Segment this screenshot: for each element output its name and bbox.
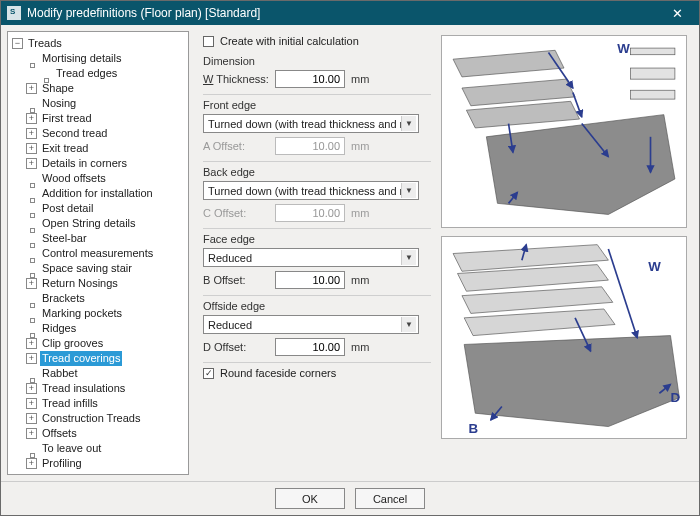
expander-icon[interactable]: + — [26, 128, 37, 139]
tree-item[interactable]: Control measurements — [12, 246, 188, 261]
tree-item-label: Twist — [40, 471, 69, 475]
tree-item[interactable]: +Construction Treads — [12, 411, 188, 426]
tree-item-label: Space saving stair — [40, 261, 134, 276]
tree-item[interactable]: +Tread insulations — [12, 381, 188, 396]
tree-item[interactable]: Wood offsets — [12, 171, 188, 186]
tree-item-label: Profiling — [40, 456, 84, 471]
dialog-window: Modify predefinitions (Floor plan) [Stan… — [0, 0, 700, 516]
tree-item[interactable]: +Offsets — [12, 426, 188, 441]
expander-icon[interactable]: + — [26, 458, 37, 469]
tree-item[interactable]: Ridges — [12, 321, 188, 336]
cancel-button[interactable]: Cancel — [355, 488, 425, 509]
tree-item[interactable]: −Treads — [12, 36, 188, 51]
tree-item-label: Shape — [40, 81, 76, 96]
d-offset-input[interactable] — [275, 338, 345, 356]
checkbox-icon: ✓ — [203, 368, 214, 379]
tree-item[interactable]: +Second tread — [12, 126, 188, 141]
back-edge-select[interactable]: Turned down (with tread thickness and ma… — [203, 181, 419, 200]
chevron-down-icon: ▼ — [401, 116, 416, 131]
tree-item[interactable]: +Details in corners — [12, 156, 188, 171]
round-faceside-checkbox[interactable]: ✓ Round faceside corners — [203, 367, 431, 379]
face-edge-select[interactable]: Reduced ▼ — [203, 248, 419, 267]
select-value: Turned down (with tread thickness and ma… — [208, 185, 401, 197]
b-offset-input[interactable] — [275, 271, 345, 289]
tree-item[interactable]: Brackets — [12, 291, 188, 306]
expander-icon[interactable]: + — [26, 158, 37, 169]
chevron-down-icon: ▼ — [401, 317, 416, 332]
tree-item[interactable]: Twist — [12, 471, 188, 475]
form-column: Create with initial calculation Dimensio… — [203, 35, 431, 439]
dim-label-b: B — [469, 421, 479, 436]
tree-item[interactable]: Steel-bar — [12, 231, 188, 246]
tree-item[interactable]: +Return Nosings — [12, 276, 188, 291]
tree-item[interactable]: To leave out — [12, 441, 188, 456]
tree-item[interactable]: Tread edges — [12, 66, 188, 81]
tree-item[interactable]: Marking pockets — [12, 306, 188, 321]
expander-icon[interactable]: + — [26, 83, 37, 94]
offside-edge-select[interactable]: Reduced ▼ — [203, 315, 419, 334]
tree-item[interactable]: +Profiling — [12, 456, 188, 471]
tree-item[interactable]: Rabbet — [12, 366, 188, 381]
tree-item[interactable]: +Clip grooves — [12, 336, 188, 351]
c-offset-input — [275, 204, 345, 222]
expander-icon[interactable]: − — [12, 38, 23, 49]
tree-item[interactable]: +Tread coverings — [12, 351, 188, 366]
tree-item[interactable]: Open String details — [12, 216, 188, 231]
expander-icon[interactable]: + — [26, 398, 37, 409]
expander-icon[interactable]: + — [26, 143, 37, 154]
expander-icon[interactable]: + — [26, 113, 37, 124]
expander-icon[interactable]: + — [26, 353, 37, 364]
tree-item[interactable]: +Tread infills — [12, 396, 188, 411]
tree-item-label: Details in corners — [40, 156, 129, 171]
tree-item-label: Wood offsets — [40, 171, 108, 186]
ok-button[interactable]: OK — [275, 488, 345, 509]
a-offset-input — [275, 137, 345, 155]
titlebar: Modify predefinitions (Floor plan) [Stan… — [1, 1, 699, 25]
checkbox-label: Create with initial calculation — [220, 35, 359, 47]
tree-item-label: Addition for installation — [40, 186, 155, 201]
preview-top: W — [441, 35, 687, 228]
tree-item[interactable]: +Shape — [12, 81, 188, 96]
expander-icon[interactable]: + — [26, 338, 37, 349]
close-icon[interactable]: ✕ — [661, 6, 693, 21]
tree-item[interactable]: +Exit tread — [12, 141, 188, 156]
create-initial-checkbox[interactable]: Create with initial calculation — [203, 35, 431, 47]
tree-item-label: To leave out — [40, 441, 103, 456]
expander-icon[interactable]: + — [26, 413, 37, 424]
svg-marker-2 — [466, 101, 579, 128]
tree-item-label: Control measurements — [40, 246, 155, 261]
back-edge-title: Back edge — [203, 166, 431, 178]
tree-item[interactable]: Addition for installation — [12, 186, 188, 201]
tree-item-label: Clip grooves — [40, 336, 105, 351]
tree-view[interactable]: −TreadsMortising detailsTread edges+Shap… — [7, 31, 189, 475]
tree-item-label: Steel-bar — [40, 231, 89, 246]
svg-marker-16 — [464, 309, 615, 336]
tree-item-label: Offsets — [40, 426, 79, 441]
dim-label-w: W — [648, 259, 661, 274]
tree-item-label: Tread edges — [54, 66, 119, 81]
expander-icon[interactable]: + — [26, 278, 37, 289]
svg-marker-3 — [486, 115, 675, 215]
tree-item-label: Nosing — [40, 96, 78, 111]
tree-item[interactable]: Space saving stair — [12, 261, 188, 276]
tree-item-label: Construction Treads — [40, 411, 142, 426]
thickness-input[interactable] — [275, 70, 345, 88]
tree-item-label: Marking pockets — [40, 306, 124, 321]
expander-icon[interactable]: + — [26, 428, 37, 439]
tree-item[interactable]: Post detail — [12, 201, 188, 216]
face-edge-title: Face edge — [203, 233, 431, 245]
unit-label: mm — [345, 207, 373, 219]
b-offset-label: B Offset: — [203, 274, 275, 286]
front-edge-select[interactable]: Turned down (with tread thickness and ma… — [203, 114, 419, 133]
unit-label: mm — [345, 140, 373, 152]
dim-label-d: D — [670, 390, 680, 405]
tree-item[interactable]: +First tread — [12, 111, 188, 126]
expander-icon[interactable]: + — [26, 383, 37, 394]
checkbox-icon — [203, 36, 214, 47]
chevron-down-icon: ▼ — [401, 250, 416, 265]
app-icon — [7, 6, 21, 20]
dimension-group-title: Dimension — [203, 55, 431, 67]
tree-item[interactable]: Mortising details — [12, 51, 188, 66]
tree-item[interactable]: Nosing — [12, 96, 188, 111]
unit-label: mm — [345, 274, 373, 286]
